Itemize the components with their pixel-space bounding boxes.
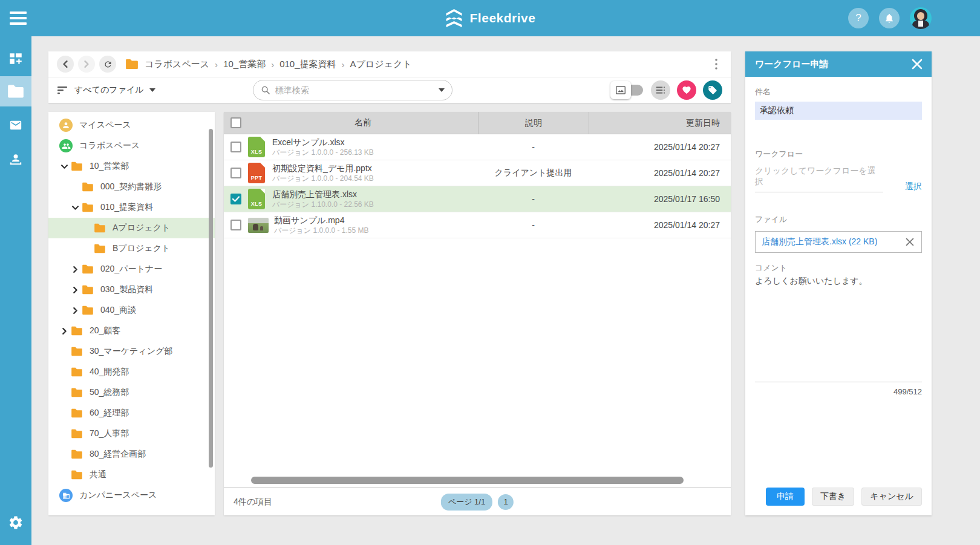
tree-item-companyspace[interactable]: カンパニースペース	[48, 485, 215, 506]
search-input[interactable]	[275, 85, 434, 95]
file-row[interactable]: XLS Excelサンプル.xlsx バージョン 1.0.0.0 - 256.1…	[224, 134, 731, 160]
tree-item-folder[interactable]: 80_経営企画部	[48, 444, 215, 465]
favorites-button[interactable]	[677, 80, 696, 100]
cancel-button[interactable]: キャンセル	[861, 488, 922, 506]
refresh-icon	[103, 60, 113, 69]
tree-item-folder[interactable]: 20_顧客	[48, 321, 215, 341]
row-checkbox-checked[interactable]	[230, 194, 241, 204]
file-row[interactable]: PPT 初期設定資料_デモ用.pptx バージョン 1.0.0.0 - 204.…	[224, 160, 731, 186]
row-checkbox[interactable]	[230, 220, 241, 230]
list-view-button[interactable]	[651, 80, 670, 100]
rail-settings-button[interactable]	[0, 507, 31, 538]
chevron-expanded-icon[interactable]	[72, 204, 82, 211]
file-row-selected[interactable]: XLS 店舗別売上管理表.xlsx バージョン 1.10.0.0 - 22.56…	[224, 186, 731, 212]
breadcrumb-item[interactable]: 10_営業部	[223, 59, 266, 70]
tree-item-folder[interactable]: 10_営業部	[48, 156, 215, 177]
folder-icon	[7, 84, 24, 99]
file-row[interactable]: 動画サンプル.mp4 バージョン 1.0.0.0 - 1.55 MB - 202…	[224, 212, 731, 238]
user-avatar[interactable]	[910, 7, 932, 29]
row-checkbox[interactable]	[230, 142, 241, 152]
tree-item-folder-selected[interactable]: Aプロジェクト	[48, 218, 215, 238]
table-header: 名前 説明 更新日時	[224, 112, 731, 134]
horizontal-scrollbar[interactable]	[251, 477, 684, 484]
folder-icon	[71, 470, 83, 480]
tree-item-folder[interactable]: 30_マーケティング部	[48, 341, 215, 362]
file-name: Excelサンプル.xlsx	[272, 137, 374, 148]
chevron-down-icon	[149, 88, 155, 92]
tree-item-collabspace[interactable]: コラボスペース	[48, 135, 215, 156]
folder-icon	[94, 244, 106, 253]
column-header-name[interactable]: 名前	[248, 117, 478, 128]
help-button[interactable]: ?	[848, 8, 869, 28]
folder-icon	[71, 347, 83, 356]
rail-files-button[interactable]	[0, 76, 31, 106]
attached-file-link[interactable]: 店舗別売上管理表.xlsx (22 KB)	[762, 237, 877, 247]
breadcrumb-item[interactable]: Aプロジェクト	[350, 59, 412, 70]
notifications-button[interactable]	[879, 8, 900, 28]
tree-item-folder[interactable]: 40_開発部	[48, 362, 215, 382]
heart-icon	[682, 85, 691, 95]
chevron-left-icon	[62, 60, 69, 68]
file-description: クライアント提出用	[478, 168, 589, 178]
chevron-collapsed-icon[interactable]	[72, 307, 82, 314]
rail-apps-button[interactable]	[0, 44, 31, 74]
folder-tree-panel: マイスペース コラボスペース 10_営業部 000_契約書雛形 010_提案資料…	[48, 112, 215, 515]
myspace-icon	[59, 119, 73, 132]
chevron-collapsed-icon[interactable]	[61, 328, 71, 335]
file-label: ファイル	[755, 214, 922, 225]
tree-item-folder[interactable]: 共通	[48, 465, 215, 485]
breadcrumb-item[interactable]: 010_提案資料	[279, 59, 336, 70]
file-filter-dropdown[interactable]: すべてのファイル	[57, 85, 155, 96]
tree-item-folder[interactable]: 010_提案資料	[48, 197, 215, 218]
apps-add-icon	[8, 51, 24, 67]
tree-item-folder[interactable]: 030_製品資料	[48, 279, 215, 300]
forward-button[interactable]	[78, 56, 95, 73]
workflow-select-link[interactable]: 選択	[905, 181, 922, 192]
rail-mail-button[interactable]	[0, 110, 31, 140]
tree-item-folder[interactable]: 60_経理部	[48, 403, 215, 423]
submit-button[interactable]: 申請	[766, 488, 805, 506]
chevron-collapsed-icon[interactable]	[72, 266, 82, 273]
ppt-file-icon: PPT	[248, 163, 265, 183]
tree-item-folder[interactable]: 020_パートナー	[48, 259, 215, 279]
row-checkbox[interactable]	[230, 168, 241, 178]
thumbnail-view-toggle[interactable]	[610, 83, 644, 97]
tree-item-folder[interactable]: Bプロジェクト	[48, 238, 215, 259]
xls-file-icon: XLS	[248, 137, 265, 157]
tree-item-folder[interactable]: 50_総務部	[48, 382, 215, 403]
tree-item-folder[interactable]: 000_契約書雛形	[48, 177, 215, 197]
column-header-description[interactable]: 説明	[478, 112, 589, 134]
workflow-select-field[interactable]: クリックしてワークフローを選択	[755, 166, 883, 192]
tree-scrollbar[interactable]	[209, 129, 213, 468]
draft-button[interactable]: 下書き	[812, 488, 854, 506]
subject-input[interactable]	[755, 102, 922, 120]
chevron-expanded-icon[interactable]	[61, 163, 71, 170]
hamburger-menu-icon[interactable]	[10, 11, 27, 25]
tree-item-folder[interactable]: 70_人事部	[48, 423, 215, 444]
breadcrumb-item[interactable]: コラボスペース	[145, 59, 209, 70]
file-name: 初期設定資料_デモ用.pptx	[272, 163, 374, 174]
search-options-chevron-icon[interactable]	[439, 88, 445, 92]
folder-icon	[82, 305, 94, 315]
filter-icon	[57, 85, 69, 95]
breadcrumb-folder-icon	[125, 59, 139, 70]
folder-icon	[82, 203, 94, 212]
close-button[interactable]	[911, 58, 923, 70]
remove-file-button[interactable]	[904, 237, 915, 247]
tags-button[interactable]	[703, 80, 722, 100]
tree-item-myspace[interactable]: マイスペース	[48, 115, 215, 135]
page-number-button[interactable]: 1	[498, 494, 514, 510]
rail-workflow-button[interactable]	[0, 144, 31, 174]
file-name: 動画サンプル.mp4	[274, 215, 369, 226]
select-all-checkbox[interactable]	[230, 117, 241, 128]
search-box[interactable]	[253, 80, 452, 100]
back-button[interactable]	[57, 56, 74, 73]
column-header-updated[interactable]: 更新日時	[589, 112, 731, 134]
tree-item-folder[interactable]: 040_商談	[48, 300, 215, 321]
more-menu-button[interactable]	[710, 56, 722, 72]
chevron-collapsed-icon[interactable]	[72, 287, 82, 293]
comment-textarea[interactable]: よろしくお願いいたします。	[755, 276, 922, 382]
char-count: 499/512	[755, 387, 922, 396]
folder-icon	[71, 162, 83, 171]
refresh-button[interactable]	[99, 56, 116, 73]
